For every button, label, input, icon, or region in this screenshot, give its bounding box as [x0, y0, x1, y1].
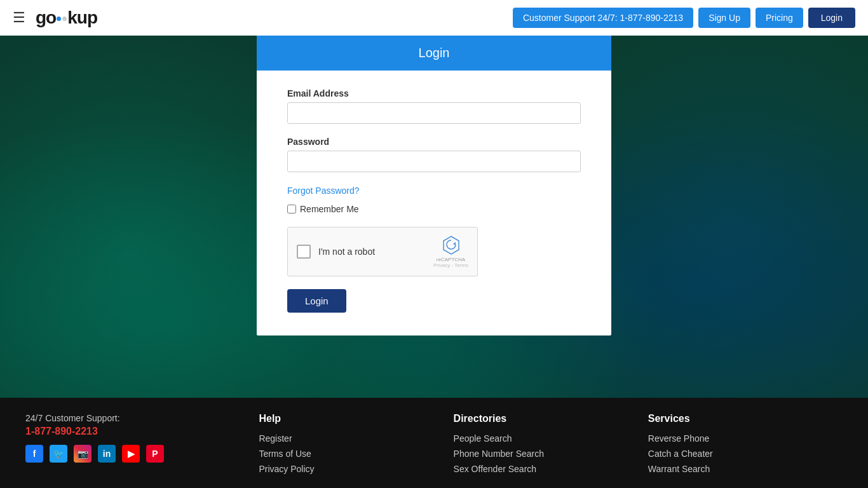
footer-catch-cheater-link[interactable]: Catch a Cheater [648, 449, 843, 459]
captcha-sub: Privacy - Terms [433, 262, 468, 268]
captcha-logo-area: reCAPTCHA Privacy - Terms [433, 235, 468, 268]
footer-privacy-link[interactable]: Privacy Policy [259, 464, 453, 474]
pinterest-icon[interactable]: P [146, 445, 164, 463]
instagram-icon[interactable]: 📷 [74, 445, 92, 463]
hamburger-icon[interactable]: ☰ [13, 10, 25, 26]
hero-section: Login Email Address Password Forgot Pass… [0, 36, 868, 398]
login-title: Login [419, 46, 450, 60]
footer-sex-offender-link[interactable]: Sex Offender Search [454, 464, 648, 474]
footer-warrant-search-link[interactable]: Warrant Search [648, 464, 843, 474]
login-card-header: Login [257, 36, 611, 71]
support-button[interactable]: Customer Support 24/7: 1-877-890-2213 [513, 8, 693, 28]
twitter-icon[interactable]: 🐦 [50, 445, 67, 463]
logo-go: go [36, 8, 56, 27]
login-body: Email Address Password Forgot Password? … [257, 71, 611, 336]
footer-help-title: Help [259, 413, 453, 424]
footer: 24/7 Customer Support: 1-877-890-2213 f … [0, 398, 868, 488]
recaptcha-icon [441, 235, 461, 255]
footer-phone: 1-877-890-2213 [25, 426, 259, 437]
password-input[interactable] [287, 151, 581, 172]
remember-me-group: Remember Me [287, 204, 581, 214]
login-card: Login Email Address Password Forgot Pass… [257, 36, 611, 336]
logo-dot1 [57, 17, 61, 21]
footer-services-col: Services Reverse Phone Catch a Cheater W… [648, 413, 843, 479]
email-label: Email Address [287, 88, 581, 98]
pricing-button[interactable]: Pricing [756, 8, 803, 28]
footer-directories-title: Directories [454, 413, 648, 424]
footer-help-col: Help Register Terms of Use Privacy Polic… [259, 413, 453, 479]
remember-me-label: Remember Me [300, 204, 359, 214]
youtube-icon[interactable]: ▶ [122, 445, 140, 463]
footer-people-search-link[interactable]: People Search [454, 433, 648, 444]
logo-lookup: kup [67, 8, 97, 27]
logo-dot2 [62, 17, 67, 21]
email-input[interactable] [287, 102, 581, 124]
linkedin-icon[interactable]: in [98, 445, 116, 463]
remember-me-checkbox[interactable] [287, 205, 296, 214]
footer-terms-link[interactable]: Terms of Use [259, 449, 453, 459]
social-icons: f 🐦 📷 in ▶ P [25, 445, 259, 463]
facebook-icon[interactable]: f [25, 445, 43, 463]
footer-phone-search-link[interactable]: Phone Number Search [454, 449, 648, 459]
logo[interactable]: gokup [36, 8, 97, 28]
captcha-label: I'm not a robot [318, 247, 426, 257]
footer-register-link[interactable]: Register [259, 433, 453, 444]
footer-services-title: Services [648, 413, 843, 424]
header: ☰ gokup Customer Support 24/7: 1-877-890… [0, 0, 868, 36]
header-left: ☰ gokup [13, 8, 97, 28]
login-submit-button[interactable]: Login [287, 289, 346, 313]
footer-directories-col: Directories People Search Phone Number S… [454, 413, 648, 479]
footer-reverse-phone-link[interactable]: Reverse Phone [648, 433, 843, 444]
login-header-button[interactable]: Login [808, 8, 855, 28]
password-group: Password [287, 137, 581, 172]
captcha-checkbox[interactable] [297, 245, 311, 259]
header-right: Customer Support 24/7: 1-877-890-2213 Si… [513, 8, 855, 28]
signup-button[interactable]: Sign Up [698, 8, 750, 28]
footer-support-col: 24/7 Customer Support: 1-877-890-2213 f … [25, 413, 259, 479]
footer-support-label: 24/7 Customer Support: [25, 413, 259, 423]
email-group: Email Address [287, 88, 581, 124]
forgot-password-link[interactable]: Forgot Password? [287, 186, 360, 196]
captcha-widget[interactable]: I'm not a robot reCAPTCHA Privacy - Term… [287, 227, 478, 276]
captcha-brand: reCAPTCHA [437, 257, 465, 262]
password-label: Password [287, 137, 581, 147]
svg-marker-0 [453, 242, 456, 245]
